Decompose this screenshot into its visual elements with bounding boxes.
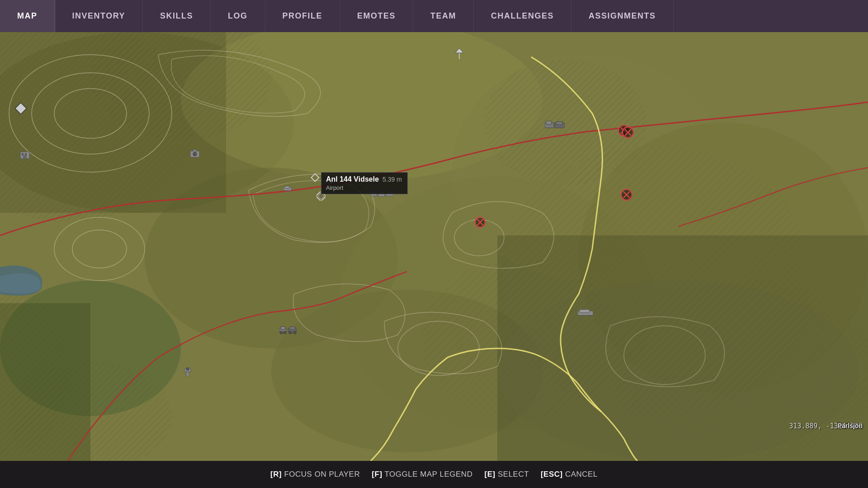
svg-rect-55: [285, 186, 289, 188]
enemy-icon-mid[interactable]: [474, 216, 486, 230]
svg-rect-35: [25, 153, 27, 155]
hint-select: SELECT: [498, 470, 538, 479]
tooltip-location-type: Airport: [326, 184, 402, 191]
key-esc: [ESC]: [541, 470, 563, 479]
player-location-icon[interactable]: [15, 103, 27, 116]
svg-point-22: [420, 258, 619, 421]
enemy-icon-tr2[interactable]: [620, 188, 633, 203]
svg-rect-71: [556, 122, 562, 125]
oil-pump-icon[interactable]: [183, 366, 193, 378]
svg-rect-72: [186, 372, 189, 376]
nav-map[interactable]: MAP: [0, 0, 55, 32]
svg-point-49: [283, 331, 286, 334]
hint-toggle-legend: TOGGLE MAP LEGEND: [384, 470, 482, 479]
vehicle-icon-right[interactable]: [578, 309, 594, 319]
svg-rect-51: [290, 327, 295, 329]
svg-point-53: [293, 331, 296, 334]
svg-point-38: [193, 152, 197, 156]
key-r: [R]: [270, 470, 282, 479]
key-f: [F]: [372, 470, 382, 479]
svg-rect-32: [15, 103, 26, 114]
tooltip-box: Anl 144 Vidsele 5.39 m Airport: [321, 172, 408, 194]
camera-icon[interactable]: [190, 149, 200, 160]
map-location-label-pjn: Pärlsjön: [838, 422, 863, 429]
svg-rect-69: [546, 121, 552, 124]
hint-cancel: CANCEL: [565, 470, 598, 479]
hint-focus-player: FOCUS ON PLAYER: [284, 470, 369, 479]
navbar: MAP INVENTORY SKILLS LOG PROFILE EMOTES …: [0, 0, 868, 32]
svg-rect-39: [193, 150, 197, 151]
tooltip-anchor-diamond: [311, 173, 320, 182]
map-area[interactable]: Anl 144 Vidsele 5.39 m Airport Pärlsjön …: [0, 32, 868, 461]
military-vehicle-tr[interactable]: [545, 120, 565, 132]
svg-point-48: [280, 331, 283, 334]
svg-rect-36: [23, 155, 27, 159]
vehicle-icon-bottom[interactable]: [279, 326, 297, 337]
nav-skills[interactable]: SKILLS: [143, 0, 211, 32]
nav-emotes[interactable]: EMOTES: [340, 0, 413, 32]
location-tooltip: Anl 144 Vidsele 5.39 m Airport: [312, 172, 408, 194]
marker-icon-top[interactable]: [455, 48, 463, 61]
svg-point-52: [289, 331, 292, 334]
svg-marker-31: [455, 48, 463, 53]
nav-team[interactable]: TEAM: [413, 0, 474, 32]
vehicle-icon-small[interactable]: [283, 186, 292, 194]
tooltip-distance: 5.39 m: [382, 176, 402, 183]
bottom-bar: [R] FOCUS ON PLAYER [F] TOGGLE MAP LEGEN…: [0, 461, 868, 488]
nav-profile[interactable]: PROFILE: [265, 0, 340, 32]
nav-log[interactable]: LOG: [211, 0, 265, 32]
svg-rect-75: [580, 310, 590, 313]
nav-assignments[interactable]: ASSIGNMENTS: [571, 0, 674, 32]
svg-point-73: [186, 368, 189, 371]
bottom-hint-text: [R] FOCUS ON PLAYER [F] TOGGLE MAP LEGEN…: [270, 470, 598, 479]
nav-inventory[interactable]: INVENTORY: [55, 0, 143, 32]
svg-rect-47: [281, 327, 285, 329]
tooltip-location-name: Anl 144 Vidsele: [326, 175, 379, 183]
enemy-icon-tr1b[interactable]: [621, 126, 635, 141]
nav-challenges[interactable]: CHALLENGES: [474, 0, 571, 32]
building-icon-left[interactable]: [20, 151, 30, 161]
svg-rect-34: [22, 153, 24, 155]
map-svg: [0, 32, 868, 461]
key-e: [E]: [485, 470, 495, 479]
